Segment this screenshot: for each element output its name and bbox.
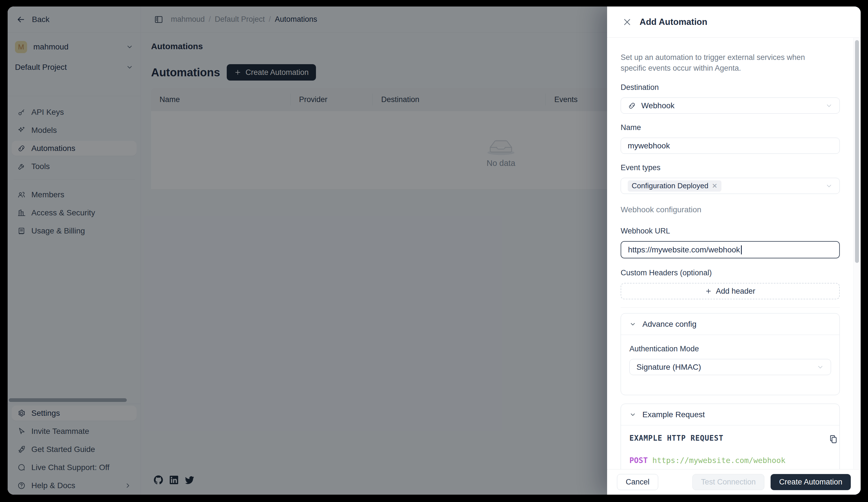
event-type-tag: Configuration Deployed ✕: [628, 180, 722, 192]
destination-label: Destination: [621, 83, 840, 92]
copy-button[interactable]: [828, 434, 838, 445]
http-url: https://mywebsite.com/webhook: [652, 456, 785, 465]
auth-mode-label: Authentication Mode: [629, 344, 831, 353]
test-connection-button[interactable]: Test Connection: [692, 474, 765, 490]
cancel-button[interactable]: Cancel: [617, 474, 658, 490]
auth-mode-select[interactable]: Signature (HMAC): [629, 359, 831, 375]
webhook-url-label: Webhook URL: [621, 227, 840, 235]
chevron-down-icon: [629, 321, 636, 328]
drawer-body: Set up an automation to trigger external…: [607, 38, 861, 495]
name-input[interactable]: mywebhook: [621, 138, 840, 154]
webhook-config-section-title: Webhook configuration: [621, 205, 840, 214]
drawer-header: Add Automation: [607, 7, 861, 38]
name-label: Name: [621, 123, 840, 132]
drawer-footer: Cancel Test Connection Create Automation: [607, 469, 861, 495]
event-type-tag-label: Configuration Deployed: [632, 181, 709, 190]
event-types-label: Event types: [621, 163, 840, 172]
auth-mode-value: Signature (HMAC): [637, 363, 701, 372]
destination-select[interactable]: Webhook: [621, 98, 840, 114]
app-window: Back M mahmoud Default Project API Keys …: [8, 7, 861, 495]
http-method: POST: [629, 456, 648, 465]
custom-headers-label: Custom Headers (optional): [621, 269, 840, 277]
chevron-down-icon: [825, 182, 833, 190]
drawer-title: Add Automation: [640, 17, 707, 27]
event-types-select[interactable]: Configuration Deployed ✕: [621, 178, 840, 194]
add-header-button[interactable]: Add header: [621, 283, 840, 299]
add-automation-drawer: Add Automation Set up an automation to t…: [607, 7, 861, 495]
divider: [621, 307, 840, 308]
drawer-description: Set up an automation to trigger external…: [621, 52, 833, 73]
remove-tag-icon[interactable]: ✕: [712, 182, 717, 190]
add-header-label: Add header: [716, 287, 755, 296]
webhook-url-value: https://mywebsite.com/webhook: [628, 245, 740, 254]
plus-icon: [705, 288, 712, 294]
chevron-down-icon: [825, 102, 833, 109]
chevron-down-icon: [817, 363, 824, 371]
destination-value: Webhook: [641, 101, 674, 110]
scrollbar-track[interactable]: [853, 38, 861, 469]
create-automation-submit-button[interactable]: Create Automation: [771, 474, 851, 490]
code-title: EXAMPLE HTTP REQUEST: [629, 434, 831, 442]
chevron-down-icon: [629, 411, 636, 418]
name-value: mywebhook: [628, 141, 670, 150]
example-request-title: Example Request: [642, 410, 705, 419]
close-icon[interactable]: [623, 18, 632, 27]
advance-config-header[interactable]: Advance config: [621, 313, 839, 335]
copy-icon: [828, 434, 838, 444]
link-icon: [628, 101, 636, 110]
example-request-header[interactable]: Example Request: [621, 404, 839, 425]
webhook-url-input[interactable]: https://mywebsite.com/webhook: [621, 241, 840, 258]
scrollbar-thumb[interactable]: [855, 40, 859, 263]
advance-config-panel: Advance config Authentication Mode Signa…: [621, 313, 840, 395]
advance-config-title: Advance config: [642, 320, 696, 329]
text-caret: [741, 245, 742, 254]
